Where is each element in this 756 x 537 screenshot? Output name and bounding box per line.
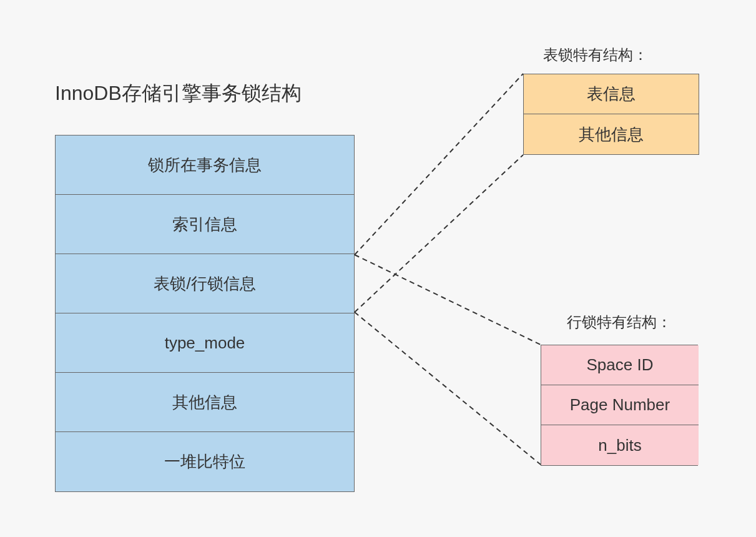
main-row-3: type_mode (56, 313, 354, 373)
main-row-5: 一堆比特位 (56, 432, 354, 491)
main-row-2: 表锁/行锁信息 (56, 254, 354, 313)
table-lock-row-0: 表信息 (524, 74, 699, 114)
main-row-0: 锁所在事务信息 (56, 135, 354, 195)
connector-to-row-bottom (355, 312, 541, 465)
row-lock-row-2: n_bits (541, 425, 699, 465)
connector-to-table-bottom (355, 155, 523, 312)
table-lock-title: 表锁特有结构： (543, 45, 648, 65)
main-lock-structure: 锁所在事务信息 索引信息 表锁/行锁信息 type_mode 其他信息 一堆比特… (55, 135, 355, 492)
main-row-4: 其他信息 (56, 373, 354, 432)
table-lock-structure: 表信息 其他信息 (523, 74, 699, 155)
main-row-1: 索引信息 (56, 195, 354, 254)
row-lock-title: 行锁特有结构： (567, 312, 672, 332)
diagram-title: InnoDB存储引擎事务锁结构 (55, 80, 302, 107)
table-lock-row-1: 其他信息 (524, 114, 699, 154)
connector-to-table-top (355, 74, 523, 255)
row-lock-row-1: Page Number (541, 385, 699, 425)
connector-to-row-top (355, 255, 541, 345)
row-lock-row-0: Space ID (541, 345, 699, 385)
row-lock-structure: Space ID Page Number n_bits (541, 345, 698, 466)
